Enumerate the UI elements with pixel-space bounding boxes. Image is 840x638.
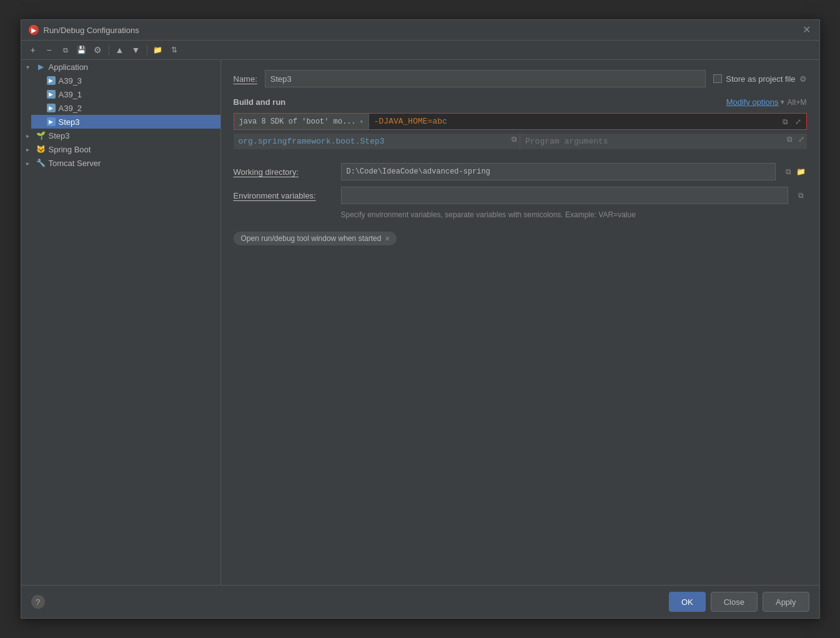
sidebar-item-label-step3: Step3 <box>59 117 80 127</box>
expand-arrow-application: ▾ <box>26 64 34 71</box>
spring-boot-icon: 🌱 <box>36 130 46 140</box>
sidebar-item-label-application: Application <box>49 62 89 72</box>
add-button[interactable]: + <box>26 43 40 57</box>
vm-options-actions: ⧉ ⤢ <box>778 114 806 129</box>
sidebar-item-label-a39-3: A39_3 <box>59 76 82 86</box>
sdk-vm-row: java 8 SDK of 'boot' mo... ▾ ⧉ ⤢ <box>234 113 807 130</box>
application-icon: ▶ <box>36 62 46 72</box>
sidebar-item-label-tomcat: Spring Boot <box>49 145 91 154</box>
sidebar-item-label-a39-1: A39_1 <box>59 90 82 99</box>
folder-button[interactable]: 📁 <box>151 43 165 57</box>
sidebar: ▾ ▶ Application ▸ ▶ A39_3 ▸ ▶ A39_1 <box>21 60 221 585</box>
move-up-button[interactable]: ▲ <box>113 43 127 57</box>
tag-close-btn[interactable]: × <box>385 234 390 243</box>
cancel-button[interactable]: Close <box>711 592 758 612</box>
dialog-icon: ▶ <box>29 25 39 35</box>
modify-options-shortcut: Alt+M <box>787 98 806 107</box>
dialog-title: Run/Debug Configurations <box>44 26 139 35</box>
name-row: Name: Store as project file ⚙ <box>234 70 807 87</box>
sidebar-item-step3[interactable]: ▸ ▶ Step3 <box>31 115 220 129</box>
main-panel: Name: Store as project file ⚙ Build and … <box>221 60 819 585</box>
vm-copy-btn[interactable]: ⧉ <box>780 116 791 127</box>
class-input[interactable] <box>234 134 509 149</box>
sort-button[interactable]: ⇅ <box>167 43 181 57</box>
env-vars-btn[interactable]: ⧉ <box>796 190 807 201</box>
store-checkbox[interactable] <box>713 74 722 83</box>
config-icon-step3: ▶ <box>46 117 56 127</box>
sidebar-item-a39-1[interactable]: ▸ ▶ A39_1 <box>31 87 220 101</box>
working-dir-input[interactable] <box>341 163 776 180</box>
working-dir-label: Working directory: <box>234 167 334 177</box>
sdk-selector[interactable]: java 8 SDK of 'boot' mo... ▾ <box>234 114 368 129</box>
build-run-section: Build and run Modify options ▾ Alt+M jav… <box>234 97 807 153</box>
env-vars-row: Environment variables: ⧉ <box>234 187 807 204</box>
save-button[interactable]: 💾 <box>75 43 89 57</box>
prog-copy-btn[interactable]: ⧉ <box>784 134 796 145</box>
help-button[interactable]: ? <box>31 595 45 609</box>
copy-button[interactable]: ⧉ <box>59 43 72 57</box>
content-area: ▾ ▶ Application ▸ ▶ A39_3 ▸ ▶ A39_1 <box>21 60 819 585</box>
toolbar-separator <box>109 45 109 55</box>
vm-options-input[interactable] <box>369 114 778 129</box>
sidebar-item-application[interactable]: ▾ ▶ Application <box>21 60 220 74</box>
config-icon-a39-1: ▶ <box>46 89 56 99</box>
sidebar-item-tomcat-server[interactable]: ▸ 🐱 Spring Boot <box>21 142 220 156</box>
class-row: ⧉ <box>234 134 520 149</box>
env-vars-hint: Specify environment variables, separate … <box>341 210 807 219</box>
modify-options-area: Modify options ▾ Alt+M <box>726 97 807 107</box>
bottom-right: OK Close Apply <box>669 592 809 612</box>
class-args-row: ⧉ ⧉ ⤢ <box>234 134 807 149</box>
sidebar-item-label-a39-2: A39_2 <box>59 104 82 113</box>
title-bar-left: ▶ Run/Debug Configurations <box>29 25 139 35</box>
prog-expand-btn[interactable]: ⤢ <box>796 134 807 145</box>
env-vars-actions: ⧉ <box>796 190 807 201</box>
apply-button[interactable]: Apply <box>763 592 809 612</box>
sdk-dropdown-arrow: ▾ <box>360 118 363 125</box>
class-copy-btn[interactable]: ⧉ <box>508 134 520 145</box>
sidebar-item-label-templates: Tomcat Server <box>49 159 101 168</box>
name-input[interactable] <box>265 70 706 87</box>
working-dir-actions: ⧉ 📁 <box>783 166 807 177</box>
settings-button[interactable]: ⚙ <box>91 43 105 57</box>
modify-options-arrow: ▾ <box>781 98 784 106</box>
sidebar-item-templates[interactable]: ▸ 🔧 Tomcat Server <box>21 156 220 170</box>
sidebar-item-label-spring-boot: Step3 <box>49 131 70 140</box>
tag-label: Open run/debug tool window when started <box>241 234 382 243</box>
modify-options-link[interactable]: Modify options <box>726 97 779 107</box>
remove-button[interactable]: − <box>42 43 56 57</box>
sidebar-item-spring-boot[interactable]: ▸ 🌱 Step3 <box>21 129 220 142</box>
toolbar: + − ⧉ 💾 ⚙ ▲ ▼ 📁 ⇅ <box>21 41 819 60</box>
prog-args-input[interactable] <box>520 134 784 149</box>
title-bar: ▶ Run/Debug Configurations ✕ <box>21 20 819 41</box>
section-header: Build and run Modify options ▾ Alt+M <box>234 97 807 107</box>
expand-arrow-spring-boot: ▸ <box>26 132 34 139</box>
templates-icon: 🔧 <box>36 158 46 168</box>
name-label: Name: <box>234 74 257 84</box>
store-checkbox-area: Store as project file ⚙ <box>713 74 806 84</box>
env-vars-input[interactable] <box>341 187 788 204</box>
open-window-tag: Open run/debug tool window when started … <box>234 232 397 245</box>
store-settings-icon[interactable]: ⚙ <box>799 74 807 84</box>
bottom-left: ? <box>31 595 45 609</box>
config-icon-a39-2: ▶ <box>46 103 56 113</box>
working-dir-browse-btn[interactable]: 📁 <box>796 166 807 177</box>
ok-button[interactable]: OK <box>669 592 706 612</box>
working-dir-copy-btn[interactable]: ⧉ <box>783 166 794 177</box>
vm-expand-btn[interactable]: ⤢ <box>793 116 804 127</box>
store-label: Store as project file <box>726 74 795 84</box>
run-debug-dialog: ▶ Run/Debug Configurations ✕ + − ⧉ 💾 ⚙ ▲… <box>21 19 820 619</box>
sidebar-item-a39-3[interactable]: ▸ ▶ A39_3 <box>31 74 220 87</box>
env-vars-label: Environment variables: <box>234 191 334 200</box>
expand-arrow-templates: ▸ <box>26 160 34 167</box>
close-icon[interactable]: ✕ <box>802 25 812 35</box>
prog-args-area: ⧉ ⤢ <box>520 134 807 149</box>
sidebar-item-a39-2[interactable]: ▸ ▶ A39_2 <box>31 101 220 115</box>
move-down-button[interactable]: ▼ <box>129 43 143 57</box>
working-dir-row: Working directory: ⧉ 📁 <box>234 163 807 180</box>
tags-area: Open run/debug tool window when started … <box>234 232 807 245</box>
bottom-bar: ? OK Close Apply <box>21 585 819 618</box>
expand-arrow-tomcat: ▸ <box>26 146 34 153</box>
build-run-title: Build and run <box>234 97 286 107</box>
config-icon-a39-3: ▶ <box>46 76 56 86</box>
toolbar-separator-2 <box>147 45 147 55</box>
